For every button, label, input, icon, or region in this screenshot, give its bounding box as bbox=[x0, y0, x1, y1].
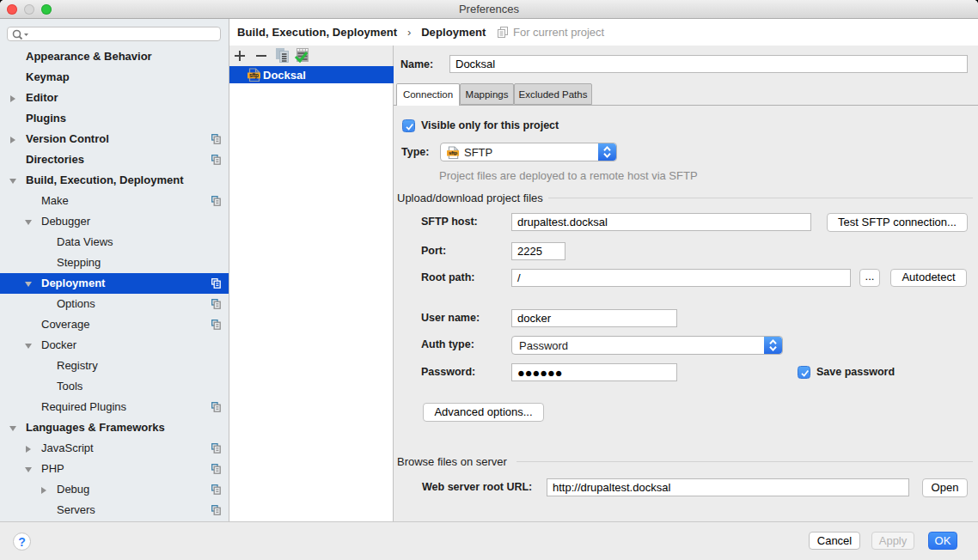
svg-text:sftp: sftp bbox=[449, 149, 458, 155]
svg-text:sftp: sftp bbox=[249, 72, 259, 79]
